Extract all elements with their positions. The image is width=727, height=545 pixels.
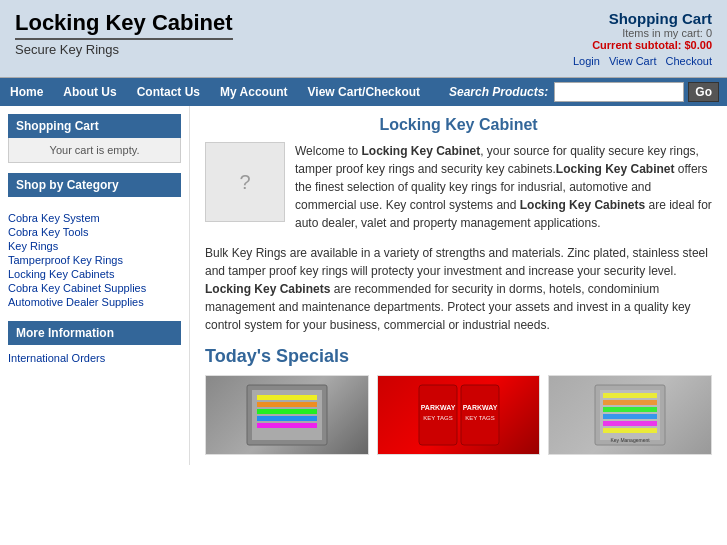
brand-name-2: Locking Key Cabinet [556,162,675,176]
main-content: Locking Key Cabinet ? Welcome to Locking… [190,106,727,465]
login-link[interactable]: Login [573,55,600,67]
site-title: Locking Key Cabinet [15,10,233,40]
category-tamperproof-key-rings[interactable]: Tamperproof Key Rings [8,253,181,267]
nav-links: Home About Us Contact Us My Account View… [0,78,449,106]
search-input[interactable] [554,82,684,102]
navigation-bar: Home About Us Contact Us My Account View… [0,78,727,106]
more-info-links: International Orders [0,349,189,367]
main-layout: Shopping Cart Your cart is empty. Shop b… [0,106,727,465]
cart-empty-message: Your cart is empty. [8,138,181,163]
more-info-header: More Information [8,321,181,345]
category-locking-key-cabinets[interactable]: Locking Key Cabinets [8,267,181,281]
view-cart-link[interactable]: View Cart [609,55,656,67]
cart-links: Login View Cart Checkout [567,55,712,67]
special-item-1[interactable] [205,375,369,455]
svg-text:KEY TAGS: KEY TAGS [423,415,452,421]
svg-text:KEY TAGS: KEY TAGS [465,415,494,421]
page-header: Locking Key Cabinet Secure Key Rings Sho… [0,0,727,78]
svg-rect-4 [257,409,317,414]
cart-label: Shopping Cart [567,10,712,27]
svg-rect-5 [257,416,317,421]
category-key-rings[interactable]: Key Rings [8,239,181,253]
category-cobra-cabinet-supplies[interactable]: Cobra Key Cabinet Supplies [8,281,181,295]
image-placeholder-icon: ? [239,171,250,194]
category-cobra-key-tools[interactable]: Cobra Key Tools [8,225,181,239]
cart-subtotal-label: Current subtotal: [592,39,681,51]
svg-rect-20 [603,428,657,433]
svg-text:PARKWAY: PARKWAY [420,404,455,411]
svg-rect-15 [603,393,657,398]
sidebar: Shopping Cart Your cart is empty. Shop b… [0,106,190,465]
nav-view-cart[interactable]: View Cart/Checkout [298,78,430,106]
cart-subtotal: Current subtotal: $0.00 [567,39,712,51]
specials-grid: PARKWAY KEY TAGS PARKWAY KEY TAGS [205,375,712,455]
svg-rect-18 [603,414,657,419]
category-cobra-key-system[interactable]: Cobra Key System [8,211,181,225]
search-button[interactable]: Go [688,82,719,102]
svg-rect-6 [257,423,317,428]
main-description-extended: Bulk Key Rings are available in a variet… [205,244,712,334]
international-orders-link[interactable]: International Orders [8,351,181,365]
shopping-cart-box: Shopping Cart Your cart is empty. [8,114,181,163]
cart-subtotal-value: $0.00 [684,39,712,51]
svg-rect-16 [603,400,657,405]
content-title: Locking Key Cabinet [205,116,712,134]
search-area: Search Products: Go [449,82,727,102]
svg-rect-2 [257,395,317,400]
shop-category-header: Shop by Category [8,173,181,197]
category-automotive-dealer[interactable]: Automotive Dealer Supplies [8,295,181,309]
nav-about-us[interactable]: About Us [53,78,126,106]
shopping-cart-header: Shopping Cart [8,114,181,138]
cart-items-count: Items in my cart: 0 [567,27,712,39]
intro-section: ? Welcome to Locking Key Cabinet, your s… [205,142,712,232]
search-label: Search Products: [449,85,548,99]
svg-rect-3 [257,402,317,407]
site-subtitle: Secure Key Rings [15,42,233,57]
brand-name-4: Locking Key Cabinets [205,282,330,296]
special-item-3[interactable]: Key Management [548,375,712,455]
category-list: Cobra Key System Cobra Key Tools Key Rin… [0,207,189,313]
special-item-2[interactable]: PARKWAY KEY TAGS PARKWAY KEY TAGS [377,375,541,455]
specials-title: Today's Specials [205,346,712,367]
nav-home[interactable]: Home [0,78,53,106]
shop-by-category-box: Shop by Category [8,173,181,197]
svg-text:PARKWAY: PARKWAY [462,404,497,411]
cart-area: Shopping Cart Items in my cart: 0 Curren… [567,10,712,67]
intro-text: Welcome to Locking Key Cabinet, your sou… [295,142,712,232]
svg-text:Key Management: Key Management [611,437,651,443]
main-description: Welcome to Locking Key Cabinet, your sou… [295,142,712,232]
svg-rect-17 [603,407,657,412]
svg-rect-19 [603,421,657,426]
nav-contact-us[interactable]: Contact Us [127,78,210,106]
nav-my-account[interactable]: My Account [210,78,298,106]
header-branding: Locking Key Cabinet Secure Key Rings [15,10,233,57]
intro-image: ? [205,142,285,222]
brand-name-3: Locking Key Cabinets [520,198,645,212]
brand-name-1: Locking Key Cabinet [361,144,480,158]
checkout-link[interactable]: Checkout [666,55,712,67]
